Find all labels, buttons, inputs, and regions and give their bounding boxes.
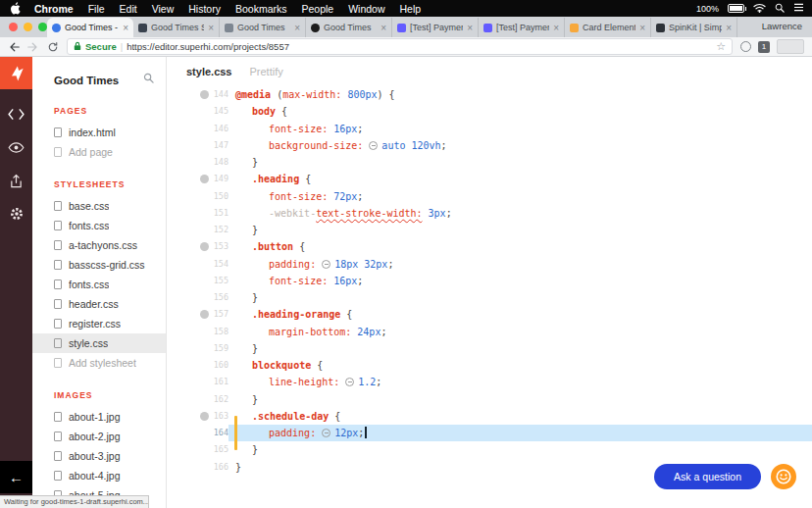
value-scrubber-icon[interactable]	[322, 260, 330, 269]
code-line[interactable]: 154padding: 18px 32px;	[167, 256, 812, 273]
value-scrubber-icon[interactable]	[322, 429, 330, 437]
menu-item[interactable]: Bookmarks	[235, 3, 287, 15]
back-button[interactable]	[8, 41, 20, 53]
code-line[interactable]: 162}	[167, 391, 812, 408]
search-icon[interactable]	[143, 70, 154, 87]
code-line[interactable]: 157.heading-orange {	[167, 306, 812, 323]
bookmark-star-icon[interactable]: ☆	[716, 40, 726, 53]
value-scrubber-icon[interactable]	[345, 378, 354, 386]
code-text[interactable]: blockquote {	[228, 357, 812, 374]
code-line[interactable]: 144@media (max-width: 800px) {	[167, 86, 812, 103]
code-line[interactable]: 145body {	[167, 103, 812, 120]
notification-center-icon[interactable]	[793, 3, 804, 14]
window-close-button[interactable]	[9, 23, 18, 31]
browser-tab[interactable]: Good Times Slide...×	[133, 18, 220, 37]
file-item[interactable]: about-3.jpg	[32, 446, 166, 466]
gutter-marker-icon[interactable]	[200, 90, 209, 99]
code-line[interactable]: 148}	[167, 154, 812, 171]
code-line[interactable]: 151-webkit-text-stroke-width: 3px;	[167, 205, 812, 222]
add-item[interactable]: Add stylesheet	[32, 353, 166, 373]
menu-item[interactable]: View	[152, 3, 175, 15]
code-view-icon[interactable]	[0, 97, 32, 130]
file-item[interactable]: fonts.css	[32, 216, 166, 235]
file-item[interactable]: fonts.css	[32, 275, 166, 294]
address-bar[interactable]: Secure | https://editor.superhi.com/proj…	[67, 38, 733, 55]
code-text[interactable]: .button {	[228, 238, 812, 255]
forward-button[interactable]	[27, 41, 39, 53]
file-item[interactable]: about-4.jpg	[32, 466, 166, 485]
browser-tab[interactable]: Card Element Qu...×	[565, 18, 651, 37]
wifi-icon[interactable]	[753, 3, 766, 15]
spotlight-search-icon[interactable]	[775, 3, 785, 15]
code-line[interactable]: 164padding: 12px;	[167, 425, 812, 441]
apple-menu-icon[interactable]	[10, 2, 21, 15]
code-text[interactable]: margin-bottom: 24px;	[228, 324, 812, 340]
preview-eye-icon[interactable]	[0, 130, 32, 164]
menu-item[interactable]: Edit	[120, 3, 137, 15]
code-line[interactable]: 163.schedule-day {	[167, 408, 812, 425]
value-scrubber-icon[interactable]	[369, 141, 378, 150]
tab-close-icon[interactable]: ×	[123, 24, 128, 32]
chat-smiley-button[interactable]	[771, 464, 796, 489]
tab-close-icon[interactable]: ×	[294, 24, 300, 32]
file-item[interactable]: base.css	[32, 196, 166, 216]
file-item[interactable]: about-2.jpg	[32, 427, 166, 446]
code-text[interactable]: }	[228, 441, 812, 458]
menu-item[interactable]: File	[88, 3, 105, 15]
extension-icon[interactable]	[740, 41, 751, 52]
code-text[interactable]: .heading-orange {	[228, 306, 812, 323]
code-text[interactable]: .schedule-day {	[228, 408, 812, 425]
code-text[interactable]: padding: 18px 32px;	[228, 256, 812, 273]
add-item[interactable]: Add page	[32, 142, 166, 162]
menu-item[interactable]: Window	[348, 3, 384, 15]
code-line[interactable]: 158margin-bottom: 24px;	[167, 324, 812, 340]
superhi-logo[interactable]	[0, 57, 32, 89]
browser-tab[interactable]: Good Times - Su...×	[47, 18, 133, 37]
toolbar-stub[interactable]	[777, 39, 804, 54]
browser-tab[interactable]: [Test] Payments×	[392, 18, 479, 37]
code-text[interactable]: font-size: 16px;	[228, 273, 812, 289]
window-minimize-button[interactable]	[24, 23, 32, 31]
tab-close-icon[interactable]: ×	[553, 24, 559, 32]
file-item[interactable]: register.css	[32, 314, 166, 333]
code-text[interactable]: @media (max-width: 800px) {	[228, 86, 812, 103]
code-text[interactable]: .heading {	[228, 171, 812, 187]
code-text[interactable]: }	[228, 289, 812, 306]
code-text[interactable]: }	[228, 154, 812, 171]
editor-back-button[interactable]: ←	[0, 461, 32, 493]
code-text[interactable]: font-size: 72px;	[228, 188, 812, 205]
code-line[interactable]: 165}	[167, 441, 812, 458]
code-text[interactable]: body {	[228, 103, 812, 120]
code-line[interactable]: 146font-size: 16px;	[167, 121, 812, 137]
code-line[interactable]: 149.heading {	[167, 171, 812, 187]
code-text[interactable]: background-size: auto 120vh;	[228, 137, 812, 154]
browser-tab[interactable]: SpinKit | Simple C...×	[651, 18, 737, 37]
tab-close-icon[interactable]: ×	[639, 24, 645, 32]
file-item[interactable]: index.html	[32, 123, 166, 142]
code-text[interactable]: padding: 12px;	[228, 425, 812, 441]
code-line[interactable]: 160blockquote {	[167, 357, 812, 374]
reload-button[interactable]	[47, 41, 59, 53]
code-text[interactable]: }	[228, 340, 812, 357]
code-text[interactable]: }	[228, 222, 812, 238]
menu-item[interactable]: Help	[400, 3, 422, 15]
window-zoom-button[interactable]	[38, 23, 47, 31]
open-file-tab[interactable]: style.css	[186, 66, 231, 77]
menu-item[interactable]: Chrome	[34, 3, 74, 15]
tab-close-icon[interactable]: ×	[208, 24, 214, 32]
code-text[interactable]: }	[228, 391, 812, 408]
prettify-button[interactable]: Prettify	[249, 66, 282, 77]
code-line[interactable]: 155font-size: 16px;	[167, 273, 812, 289]
code-line[interactable]: 161line-height: 1.2;	[167, 374, 812, 390]
code-line[interactable]: 150font-size: 72px;	[167, 188, 812, 205]
menu-item[interactable]: History	[188, 3, 221, 15]
code-lines[interactable]: 144@media (max-width: 800px) {145body {1…	[167, 86, 812, 508]
settings-gear-icon[interactable]	[0, 197, 32, 230]
upload-share-icon[interactable]	[0, 164, 32, 197]
code-line[interactable]: 147background-size: auto 120vh;	[167, 137, 812, 154]
code-line[interactable]: 159}	[167, 340, 812, 357]
code-text[interactable]: line-height: 1.2;	[228, 374, 812, 390]
browser-tab[interactable]: Good Times×	[220, 18, 306, 37]
file-item[interactable]: a-tachyons.css	[32, 235, 166, 255]
code-line[interactable]: 153.button {	[167, 238, 812, 255]
